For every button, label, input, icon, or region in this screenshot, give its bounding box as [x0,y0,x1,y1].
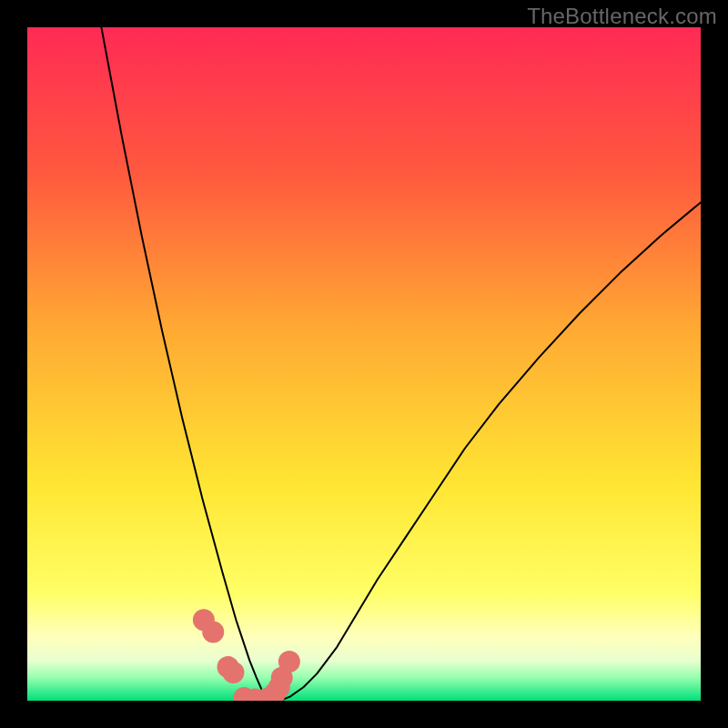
data-point-marker [278,651,300,672]
gradient-background [27,27,701,701]
chart-svg [27,27,701,701]
data-point-marker [222,662,244,683]
chart-frame: TheBottleneck.com [0,0,728,728]
watermark-text: TheBottleneck.com [527,4,717,29]
data-point-marker [202,622,224,643]
plot-area [27,27,701,701]
